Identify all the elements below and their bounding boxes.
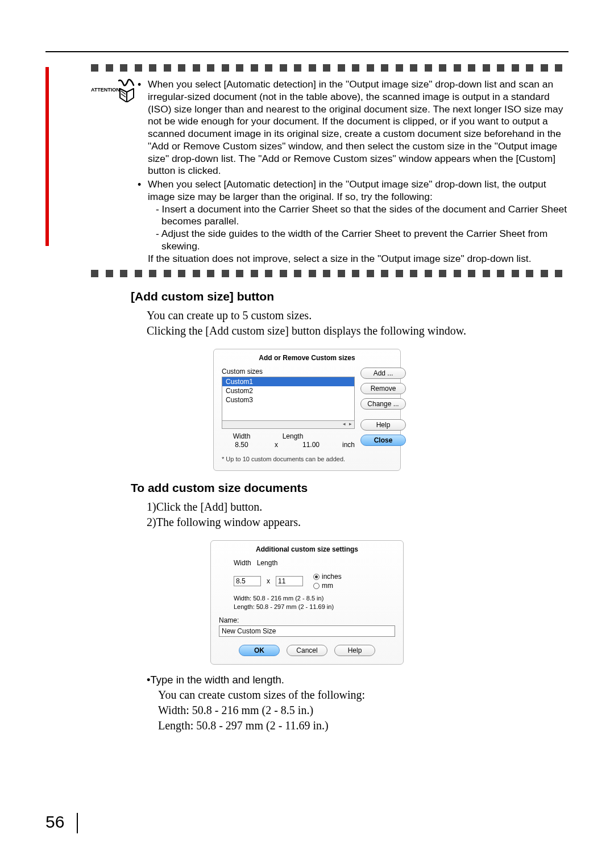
step-2: 2)The following window appears.	[147, 515, 569, 530]
section1-line2: Clicking the [Add custom size] button di…	[147, 323, 569, 339]
page-number: 56	[45, 812, 78, 833]
multiply-icon: x	[267, 577, 270, 585]
heading-to-add-custom: To add custom size documents	[131, 481, 569, 495]
close-button[interactable]: Close	[360, 435, 406, 446]
attention-text: When you select [Automatic detection] in…	[138, 78, 569, 266]
dialog-additional-custom-size: Additional custom size settings Width Le…	[210, 540, 404, 665]
custom-sizes-listbox[interactable]: Custom1 Custom2 Custom3	[222, 377, 355, 421]
attention-icon: ATTENTION	[91, 78, 138, 266]
ok-button[interactable]: OK	[239, 645, 280, 656]
dialog1-title: Add or Remove Custom sizes	[222, 354, 392, 362]
list-item[interactable]: Custom3	[222, 395, 354, 404]
attention-sub-2: - Adjust the side guides to the width of…	[156, 228, 569, 253]
after-line3: Length: 50.8 - 297 mm (2 - 11.69 in.)	[158, 718, 569, 733]
top-rule	[45, 51, 569, 52]
width-input[interactable]	[234, 576, 261, 586]
length-label: Length	[257, 559, 278, 567]
length-input[interactable]	[276, 576, 303, 586]
width-label: Width	[222, 432, 262, 440]
width-value: 8.50	[222, 441, 262, 449]
list-item[interactable]: Custom2	[222, 386, 354, 395]
radio-dot-icon	[313, 583, 320, 589]
width-label: Width	[234, 559, 251, 567]
hint-length: Length: 50.8 - 297 mm (2 - 11.69 in)	[234, 603, 395, 611]
name-input[interactable]	[219, 625, 395, 637]
change-button[interactable]: Change ...	[360, 398, 406, 410]
list-item[interactable]: Custom1	[222, 377, 354, 386]
attention-closing: If the situation does not improve, selec…	[148, 253, 569, 265]
attention-label: ATTENTION	[91, 87, 120, 93]
page-content: ATTENTION When you select [Automatic det…	[45, 51, 569, 733]
heading-add-custom-size: [Add custom size] button	[131, 290, 569, 303]
after-bullet: •Type in the width and length.	[147, 673, 569, 687]
scroll-arrows-icon[interactable]: ◂ ▸	[343, 421, 354, 427]
unit-label: inch	[342, 441, 355, 449]
name-label: Name:	[219, 616, 395, 624]
dialog1-note: * Up to 10 custom documents can be added…	[222, 456, 392, 462]
length-label: Length	[273, 432, 313, 440]
remove-button[interactable]: Remove	[360, 383, 406, 394]
after-line1: You can create custom sizes of the follo…	[158, 687, 569, 703]
radio-dot-icon	[313, 574, 320, 580]
list-scrollbar[interactable]: ◂ ▸	[222, 421, 355, 429]
attention-bullet-1: When you select [Automatic detection] in…	[148, 78, 569, 177]
attention-block: ATTENTION When you select [Automatic det…	[91, 78, 569, 266]
step-1: 1)Click the [Add] button.	[147, 499, 569, 515]
add-button[interactable]: Add ...	[360, 368, 406, 379]
section1-line1: You can create up to 5 custom sizes.	[147, 308, 569, 323]
dialog2-title: Additional custom size settings	[219, 545, 395, 553]
hint-width: Width: 50.8 - 216 mm (2 - 8.5 in)	[234, 594, 395, 602]
decor-squares-top	[91, 64, 569, 74]
length-value: 11.00	[291, 441, 331, 449]
decor-squares-bottom	[91, 269, 569, 279]
attention-sub-1: - Insert a document into the Carrier She…	[156, 203, 569, 228]
help-button[interactable]: Help	[360, 419, 406, 431]
attention-bullet-2: When you select [Automatic detection] in…	[148, 178, 569, 265]
cancel-button[interactable]: Cancel	[287, 645, 327, 656]
after-line2: Width: 50.8 - 216 mm (2 - 8.5 in.)	[158, 703, 569, 718]
help-button[interactable]: Help	[334, 645, 375, 656]
custom-sizes-label: Custom sizes	[222, 368, 355, 375]
multiply-icon: x	[273, 441, 280, 449]
radio-mm[interactable]: mm	[313, 582, 342, 590]
radio-inches[interactable]: inches	[313, 573, 342, 581]
dialog-add-remove-custom-sizes: Add or Remove Custom sizes Custom sizes …	[213, 349, 401, 471]
